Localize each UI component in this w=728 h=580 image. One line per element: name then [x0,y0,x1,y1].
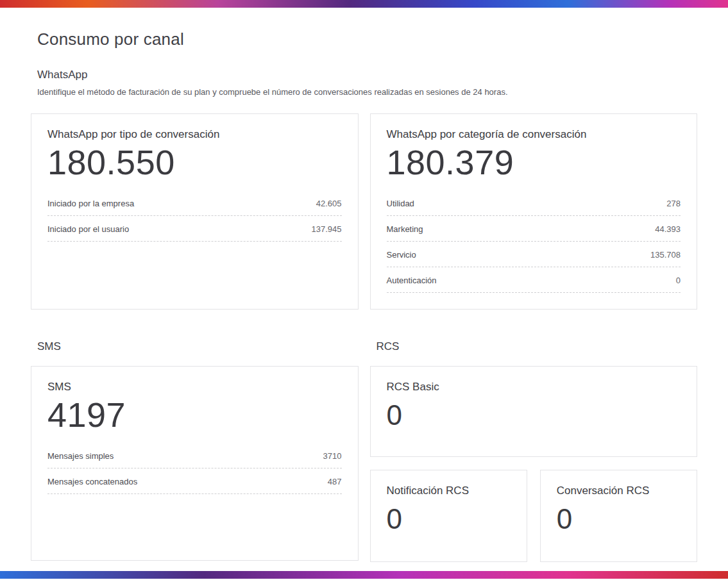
card-total-value: 180.550 [47,144,342,181]
main-content: Consumo por canal WhatsApp Identifique e… [0,8,728,562]
sms-rcs-section-row: SMS SMS 4197 Mensajes simples 3710 Mensa… [31,340,697,562]
brand-gradient-bar-top [0,0,728,8]
card-total-value: 0 [557,504,681,534]
metric-row: Autenticación 0 [387,267,681,293]
metric-label: Autenticación [387,276,437,285]
card-total-value: 0 [387,504,511,534]
rcs-conversation-card: Conversación RCS 0 [540,470,697,562]
metric-label: Mensajes simples [47,451,114,461]
metric-label: Iniciado por el usuario [47,224,129,234]
metric-row: Servicio 135.708 [387,242,681,267]
rcs-basic-card: RCS Basic 0 [370,366,698,457]
metric-value: 3710 [323,451,342,461]
metric-value: 487 [328,477,342,486]
card-total-value: 0 [387,400,681,431]
card-title: Conversación RCS [557,485,681,497]
card-title: RCS Basic [387,381,681,394]
whatsapp-section-heading: WhatsApp [31,69,697,81]
metric-value: 44.393 [655,224,681,234]
metric-label: Marketing [387,224,423,234]
metric-row: Utilidad 278 [387,190,681,216]
whatsapp-type-card: WhatsApp por tipo de conversación 180.55… [31,113,359,310]
whatsapp-cards-grid: WhatsApp por tipo de conversación 180.55… [31,113,697,310]
metric-row: Mensajes concatenados 487 [47,468,342,494]
sms-section-heading: SMS [31,340,359,353]
metric-row: Iniciado por la empresa 42.605 [47,190,342,216]
metric-label: Servicio [387,250,416,260]
metric-value: 135.708 [650,250,681,260]
metric-value: 137.945 [312,224,342,234]
rcs-notification-card: Notificación RCS 0 [370,470,527,562]
page-title: Consumo por canal [31,29,697,49]
sms-section: SMS SMS 4197 Mensajes simples 3710 Mensa… [31,340,359,562]
metric-row: Iniciado por el usuario 137.945 [47,216,342,242]
whatsapp-section-description: Identifique el método de facturación de … [31,87,697,97]
card-title: SMS [47,381,342,394]
sms-card: SMS 4197 Mensajes simples 3710 Mensajes … [31,366,359,561]
card-title: WhatsApp por tipo de conversación [47,128,342,141]
metric-label: Utilidad [387,199,414,208]
rcs-section-heading: RCS [370,340,698,353]
metric-value: 42.605 [316,199,342,208]
card-title: WhatsApp por categoría de conversación [387,128,681,141]
rcs-small-cards-grid: Notificación RCS 0 Conversación RCS 0 [370,470,698,562]
whatsapp-category-card: WhatsApp por categoría de conversación 1… [370,113,698,310]
metric-row: Mensajes simples 3710 [47,443,342,468]
card-total-value: 180.379 [387,144,681,181]
card-title: Notificación RCS [387,485,511,497]
rcs-section: RCS RCS Basic 0 Notificación RCS 0 Conve… [370,340,698,562]
metric-label: Iniciado por la empresa [47,199,134,208]
brand-gradient-bar-bottom [0,571,728,579]
card-total-value: 4197 [47,396,342,434]
metric-value: 0 [676,276,681,285]
whatsapp-section: WhatsApp Identifique el método de factur… [31,69,697,310]
metric-label: Mensajes concatenados [47,477,137,486]
metric-value: 278 [666,199,681,208]
metric-row: Marketing 44.393 [387,216,681,242]
